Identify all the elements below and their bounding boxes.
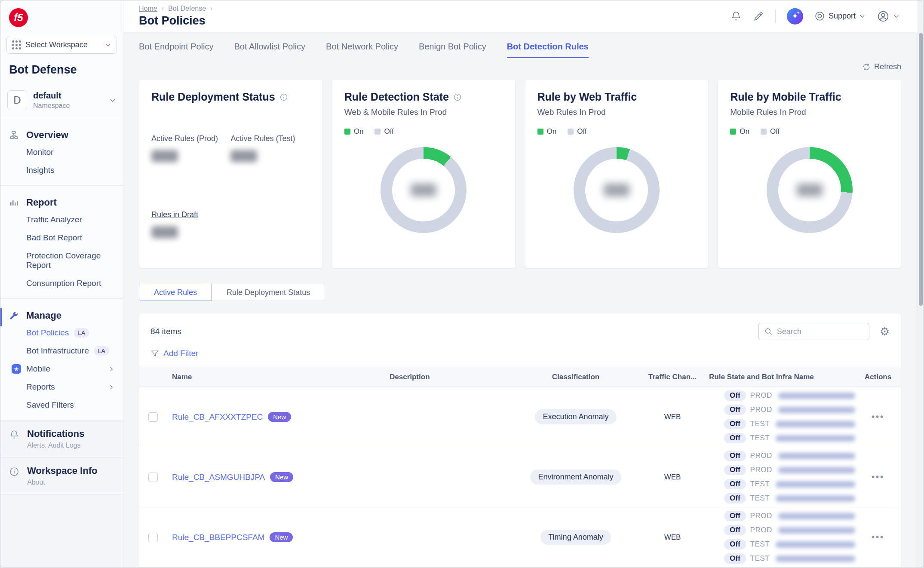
env-label: PROD <box>750 391 772 400</box>
state-badge: Off <box>724 539 746 550</box>
rule-name-link[interactable]: Rule_CB_BBEPPCSFAM <box>172 533 264 542</box>
tab-bot-endpoint-policy[interactable]: Bot Endpoint Policy <box>139 42 213 58</box>
donut-center-value-blurred <box>411 184 436 196</box>
namespace-selector[interactable]: D default Namespace <box>0 84 123 118</box>
web-traffic-donut-chart <box>574 147 660 233</box>
sidebar-item-label: Manage <box>26 310 61 321</box>
mobile-traffic-donut-chart <box>767 147 853 233</box>
classification-pill: Timing Anomaly <box>540 530 611 545</box>
env-label: TEST <box>750 434 770 442</box>
new-badge: New <box>268 412 291 422</box>
env-label: PROD <box>750 512 772 520</box>
active-rules-prod-label: Active Rules (Prod) <box>151 134 230 143</box>
column-header-classification[interactable]: Classification <box>511 373 640 381</box>
state-badge: Off <box>724 511 746 521</box>
env-label: TEST <box>750 494 770 503</box>
sidebar-item-bad-bot-report[interactable]: Bad Bot Report <box>0 229 123 247</box>
table-row: Rule_CB_BBEPPCSFAM New Timing Anomaly WE… <box>139 507 901 567</box>
sidebar-item-mobile[interactable]: ★ Mobile <box>0 360 123 378</box>
card-subtitle: Mobile Rules In Prod <box>730 107 889 117</box>
column-header-name[interactable]: Name <box>167 373 352 381</box>
column-header-description[interactable]: Description <box>352 373 511 381</box>
sidebar-item-manage[interactable]: Manage <box>0 307 123 324</box>
row-checkbox[interactable] <box>148 412 158 422</box>
ai-assistant-button[interactable]: ✦✦ <box>787 8 803 25</box>
table-row: Rule_CB_AFXXXTZPEC New Execution Anomaly… <box>139 387 901 447</box>
sidebar-item-insights[interactable]: Insights <box>0 161 123 179</box>
sidebar-item-consumption-report[interactable]: Consumption Report <box>0 274 123 292</box>
active-rules-toggle-button[interactable]: Active Rules <box>139 284 212 301</box>
env-label: PROD <box>750 451 772 460</box>
namespace-name: default <box>33 91 70 101</box>
table-row: Rule_CB_ASMGUHBJPA New Environment Anoma… <box>139 447 901 507</box>
state-badge: Off <box>724 405 746 415</box>
rule-deployment-status-toggle-button[interactable]: Rule Deployment Status <box>212 284 325 301</box>
tab-bot-allowlist-policy[interactable]: Bot Allowlist Policy <box>234 42 305 58</box>
scrollbar-thumb[interactable] <box>919 33 923 306</box>
notifications-bell-icon[interactable] <box>731 11 742 22</box>
row-checkbox[interactable] <box>148 533 158 542</box>
new-badge: New <box>270 472 293 482</box>
breadcrumb-home-link[interactable]: Home <box>139 5 157 12</box>
chevron-down-icon <box>109 97 116 104</box>
table-header-row: Name Description Classification Traffic … <box>139 367 901 387</box>
state-badge: Off <box>724 553 746 564</box>
workspace-grid-icon <box>12 40 21 49</box>
sidebar-item-monitor[interactable]: Monitor <box>0 143 123 161</box>
items-count: 84 items <box>150 327 181 336</box>
info-icon[interactable] <box>279 93 288 101</box>
sidebar-item-protection-coverage-report[interactable]: Protection Coverage Report <box>0 247 123 274</box>
rule-states: OffPROD OffPROD OffTEST OffTEST <box>705 511 855 564</box>
legend-on-swatch <box>344 129 350 135</box>
bar-chart-icon <box>9 198 19 207</box>
f5-logo-icon[interactable]: f5 <box>9 8 28 27</box>
sidebar-item-overview[interactable]: Overview <box>0 127 123 143</box>
row-actions-menu[interactable]: ••• <box>855 472 901 482</box>
rule-states: OffPROD OffPROD OffTEST OffTEST <box>705 451 855 504</box>
column-header-rule-state[interactable]: Rule State and Bot Infra Name <box>705 373 855 381</box>
card-title: Rule Deployment Status <box>151 91 275 103</box>
tab-bot-detection-rules[interactable]: Bot Detection Rules <box>507 42 589 58</box>
sidebar-footer: Notifications Alerts, Audit Logs Workspa… <box>0 421 123 568</box>
sidebar: f5 Select Workspace Bot Defense D defaul… <box>0 0 123 568</box>
sidebar-item-traffic-analyzer[interactable]: Traffic Analyzer <box>0 211 123 229</box>
vertical-scrollbar[interactable] <box>918 0 924 568</box>
rule-name-link[interactable]: Rule_CB_AFXXXTZPEC <box>172 412 263 422</box>
wrench-icon <box>9 311 19 320</box>
support-menu[interactable]: Support <box>814 11 866 21</box>
card-rule-detection-state: Rule Detection State Web & Mobile Rules … <box>332 79 516 268</box>
sidebar-item-notifications[interactable]: Notifications Alerts, Audit Logs <box>0 421 123 457</box>
la-badge: LA <box>74 328 89 338</box>
namespace-caption: Namespace <box>33 102 70 110</box>
legend-off-swatch <box>568 129 574 135</box>
sidebar-item-bot-infrastructure[interactable]: Bot Infrastructure LA <box>0 342 123 360</box>
add-filter-button[interactable]: Add Filter <box>163 349 198 358</box>
sidebar-item-workspace-info[interactable]: Workspace Info About <box>0 457 123 494</box>
row-checkbox[interactable] <box>148 473 158 482</box>
search-input[interactable] <box>777 327 864 336</box>
sidebar-item-bot-policies[interactable]: Bot Policies LA <box>0 324 123 342</box>
chevron-down-icon <box>859 13 866 19</box>
user-account-menu[interactable] <box>877 10 899 23</box>
sidebar-item-saved-filters[interactable]: Saved Filters <box>0 396 123 414</box>
sidebar-item-reports[interactable]: Reports <box>0 378 123 396</box>
column-header-traffic-channel[interactable]: Traffic Chan... <box>640 373 705 381</box>
refresh-button[interactable]: Refresh <box>862 62 901 71</box>
row-actions-menu[interactable]: ••• <box>855 412 901 422</box>
gear-icon[interactable]: ⚙ <box>880 326 890 337</box>
rules-in-draft-link[interactable]: Rules in Draft <box>151 210 198 219</box>
workspace-selector[interactable]: Select Workspace <box>6 36 117 54</box>
breadcrumb-separator: › <box>210 5 212 12</box>
rules-in-draft-value-blurred <box>151 226 178 238</box>
info-icon[interactable] <box>453 93 462 101</box>
product-title: Bot Defense <box>0 61 123 84</box>
infra-name-blurred <box>778 513 855 519</box>
tab-bot-network-policy[interactable]: Bot Network Policy <box>326 42 398 58</box>
active-rules-test-value-blurred <box>230 150 257 162</box>
tab-benign-bot-policy[interactable]: Benign Bot Policy <box>419 42 486 58</box>
pen-edit-icon[interactable] <box>753 11 764 22</box>
row-actions-menu[interactable]: ••• <box>855 532 901 542</box>
sidebar-item-report[interactable]: Report <box>0 194 123 211</box>
rule-name-link[interactable]: Rule_CB_ASMGUHBJPA <box>172 473 265 482</box>
app-window: f5 Select Workspace Bot Defense D defaul… <box>0 0 924 568</box>
